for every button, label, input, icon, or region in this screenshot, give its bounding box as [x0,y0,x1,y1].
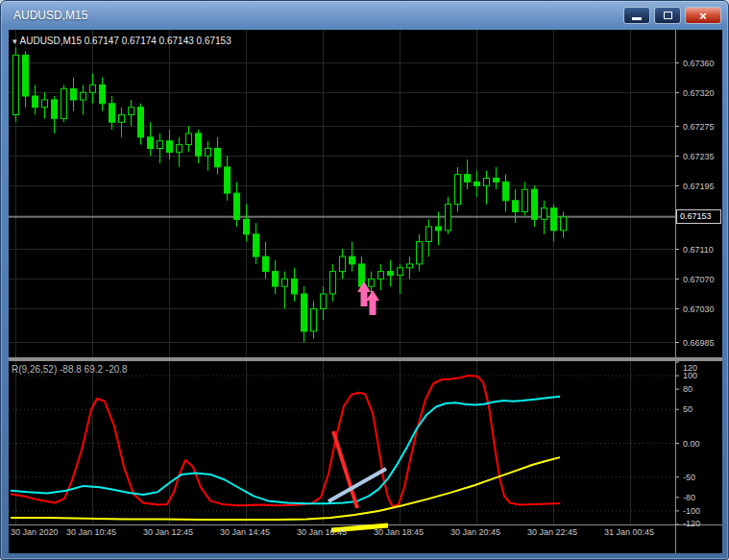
mt4-chart-window: AUDUSD,M15 × ▾AUDUSD,M15 0.67147 0.67174… [0,0,729,560]
indicator-axis-label: -80 [683,493,695,502]
chart-client-area: ▾AUDUSD,M15 0.67147 0.67174 0.67143 0.67… [9,30,722,553]
price-axis-label: 0.67320 [683,88,715,98]
window-titlebar[interactable]: AUDUSD,M15 × [1,1,728,30]
time-axis-label: 30 Jan 16:45 [297,527,347,537]
time-axis-label: 30 Jan 10:45 [66,527,116,537]
time-axis-label: 30 Jan 12:45 [143,527,193,537]
close-icon: × [699,10,707,22]
time-axis-label: 30 Jan 14:45 [220,527,270,537]
time-axis-label: 31 Jan 00:45 [604,527,654,537]
restore-icon [664,12,672,19]
price-axis-label: 0.67110 [683,245,714,255]
indicator-axis-label: 0.00 [683,439,700,449]
price-axis-label: 0.67030 [683,304,715,314]
price-axis-label: 0.67070 [683,275,715,284]
indicator-axis-label: -120 [683,519,700,528]
ohlc-info-text: AUDUSD,M15 0.67147 0.67174 0.67143 0.671… [20,36,231,46]
candles [13,48,567,343]
time-axis-label: 30 Jan 18:45 [374,527,424,537]
minimize-icon [632,17,642,20]
price-axis-label: 0.67235 [683,152,715,161]
time-axis-label: 30 Jan 2020 [11,527,59,537]
indicator-axis-label: -100 [683,506,700,516]
time-axis-label: 30 Jan 20:45 [450,527,500,537]
buy-arrow-icon[interactable] [366,290,379,315]
indicator-axis-label: 50 [683,404,693,414]
indicator-axis-label: 80 [683,384,693,394]
indicator-axis-label: -50 [683,473,695,482]
symbol-dropdown-icon[interactable]: ▾ [12,37,17,46]
window-controls: × [623,7,721,24]
window-title: AUDUSD,M15 [13,9,87,22]
price-axis-label: 0.67360 [683,59,715,68]
current-price-box: 0.67153 [676,209,721,224]
indicator-axis-label: 100 [683,371,697,380]
ohlc-info: ▾AUDUSD,M15 0.67147 0.67174 0.67143 0.67… [12,36,231,46]
steel-trendline[interactable] [328,469,386,501]
restore-button[interactable] [654,7,681,24]
close-button[interactable]: × [685,7,721,24]
minimize-button[interactable] [623,7,650,24]
time-axis-label: 30 Jan 22:45 [527,527,577,537]
indicator-label: R(9,26,52) -88.8 69.2 -20.8 [12,364,128,375]
price-axis-label: 0.66985 [683,338,715,348]
panel-splitter[interactable] [9,357,722,361]
chart-canvas[interactable] [9,30,722,553]
price-axis-label: 0.67275 [683,122,715,132]
price-axis-label: 0.67195 [683,182,715,191]
